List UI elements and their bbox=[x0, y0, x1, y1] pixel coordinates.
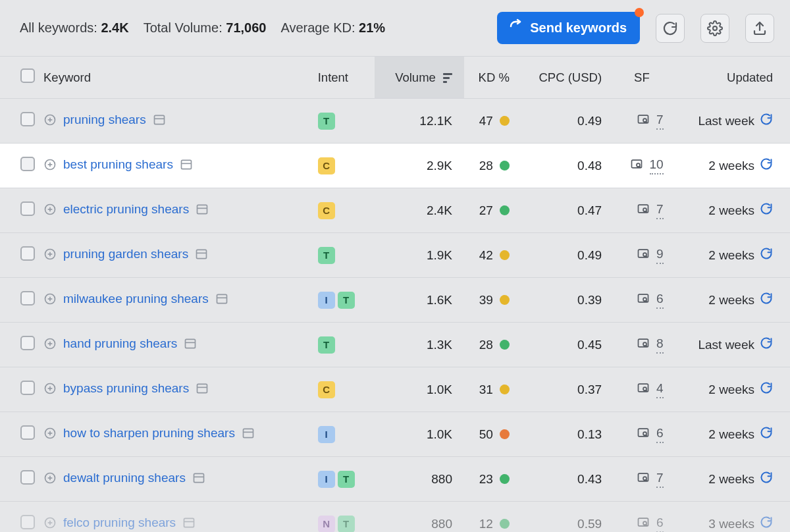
row-refresh-icon[interactable] bbox=[760, 381, 773, 398]
kd-value: 47 bbox=[479, 114, 510, 128]
sf-value[interactable]: 6 bbox=[637, 426, 664, 443]
serp-icon[interactable] bbox=[196, 203, 209, 216]
col-select-all[interactable] bbox=[0, 57, 40, 99]
row-checkbox[interactable] bbox=[20, 112, 35, 126]
sf-value[interactable]: 10 bbox=[630, 157, 664, 174]
intent-badge-t: T bbox=[318, 113, 335, 130]
svg-line-32 bbox=[646, 255, 647, 257]
row-refresh-icon[interactable] bbox=[760, 336, 773, 353]
serp-icon[interactable] bbox=[196, 382, 209, 395]
svg-rect-4 bbox=[154, 115, 164, 124]
expand-icon[interactable] bbox=[43, 382, 57, 395]
col-cpc[interactable]: CPC (USD) bbox=[516, 57, 618, 99]
refresh-button[interactable] bbox=[656, 14, 685, 43]
volume-value: 12.1K bbox=[375, 99, 464, 144]
send-keywords-button[interactable]: Send keywords bbox=[497, 12, 640, 44]
updated-value: 3 weeks bbox=[708, 517, 754, 531]
intent-badge-t: T bbox=[338, 292, 355, 309]
sf-value[interactable]: 4 bbox=[637, 381, 664, 398]
cpc-value: 0.45 bbox=[516, 323, 618, 367]
keyword-link[interactable]: milwaukee pruning shears bbox=[63, 292, 209, 306]
keyword-link[interactable]: felco pruning shears bbox=[63, 516, 176, 530]
expand-icon[interactable] bbox=[43, 113, 57, 126]
keyword-link[interactable]: best pruning shears bbox=[63, 157, 173, 172]
settings-button[interactable] bbox=[700, 14, 729, 43]
keyword-link[interactable]: bypass pruning shears bbox=[63, 381, 189, 396]
expand-icon[interactable] bbox=[43, 337, 57, 350]
row-refresh-icon[interactable] bbox=[760, 202, 773, 219]
updated-value: Last week bbox=[698, 338, 754, 352]
kd-value: 12 bbox=[479, 517, 510, 531]
avg-kd-stat: Average KD: 21% bbox=[280, 20, 385, 36]
updated-value: 2 weeks bbox=[708, 248, 754, 263]
updated-value: 2 weeks bbox=[708, 383, 754, 397]
serp-icon[interactable] bbox=[195, 248, 208, 261]
volume-value: 880 bbox=[375, 457, 464, 502]
expand-icon[interactable] bbox=[43, 203, 57, 216]
row-checkbox[interactable] bbox=[20, 425, 35, 440]
row-refresh-icon[interactable] bbox=[760, 113, 773, 129]
col-kd[interactable]: KD % bbox=[464, 57, 516, 99]
row-checkbox[interactable] bbox=[20, 470, 35, 485]
expand-icon[interactable] bbox=[43, 292, 57, 306]
row-checkbox[interactable] bbox=[20, 381, 35, 395]
volume-value: 1.6K bbox=[375, 278, 464, 323]
sf-value[interactable]: 7 bbox=[637, 113, 664, 130]
keyword-link[interactable]: dewalt pruning shears bbox=[63, 471, 186, 485]
intent-badge-c: C bbox=[318, 157, 335, 174]
expand-icon[interactable] bbox=[43, 471, 57, 485]
sf-value[interactable]: 7 bbox=[637, 202, 664, 219]
sf-value[interactable]: 7 bbox=[637, 471, 664, 488]
row-refresh-icon[interactable] bbox=[760, 471, 773, 487]
col-updated[interactable]: Updated bbox=[673, 57, 790, 99]
keyword-link[interactable]: pruning garden shears bbox=[63, 247, 188, 261]
cpc-value: 0.13 bbox=[516, 412, 618, 457]
svg-rect-36 bbox=[217, 294, 226, 303]
volume-value: 880 bbox=[375, 502, 464, 533]
sf-value[interactable]: 8 bbox=[637, 336, 664, 354]
row-refresh-icon[interactable] bbox=[760, 426, 773, 442]
col-intent[interactable]: Intent bbox=[306, 57, 375, 99]
keyword-link[interactable]: how to sharpen pruning shears bbox=[63, 426, 235, 440]
intent-badge-c: C bbox=[318, 381, 335, 398]
col-sf[interactable]: SF bbox=[618, 57, 673, 99]
serp-icon[interactable] bbox=[215, 292, 228, 306]
col-keyword[interactable]: Keyword bbox=[40, 57, 306, 99]
keyword-link[interactable]: pruning shears bbox=[63, 113, 146, 127]
serp-features-icon bbox=[637, 336, 650, 353]
volume-value: 1.0K bbox=[375, 367, 464, 412]
row-refresh-icon[interactable] bbox=[760, 516, 773, 532]
row-refresh-icon[interactable] bbox=[760, 247, 773, 263]
serp-icon[interactable] bbox=[182, 516, 196, 529]
volume-value: 1.3K bbox=[375, 323, 464, 367]
serp-icon[interactable] bbox=[153, 113, 166, 126]
updated-value: 2 weeks bbox=[708, 159, 754, 173]
serp-icon[interactable] bbox=[180, 158, 193, 171]
volume-value: 1.0K bbox=[375, 412, 464, 457]
row-checkbox[interactable] bbox=[20, 515, 35, 529]
row-checkbox[interactable] bbox=[20, 291, 35, 306]
serp-icon[interactable] bbox=[192, 471, 205, 485]
expand-icon[interactable] bbox=[43, 158, 57, 171]
serp-icon[interactable] bbox=[242, 427, 255, 440]
serp-icon[interactable] bbox=[184, 337, 197, 350]
expand-icon[interactable] bbox=[43, 248, 57, 261]
row-checkbox[interactable] bbox=[20, 201, 35, 216]
row-refresh-icon[interactable] bbox=[760, 157, 773, 174]
sf-value[interactable]: 6 bbox=[637, 516, 664, 533]
row-checkbox[interactable] bbox=[20, 336, 35, 350]
row-checkbox[interactable] bbox=[20, 246, 35, 261]
sf-value[interactable]: 6 bbox=[637, 292, 664, 309]
sf-value[interactable]: 9 bbox=[637, 247, 664, 264]
keyword-link[interactable]: electric pruning shears bbox=[63, 202, 189, 217]
export-button[interactable] bbox=[745, 14, 774, 43]
cpc-value: 0.47 bbox=[516, 188, 618, 233]
keyword-link[interactable]: hand pruning shears bbox=[63, 336, 177, 351]
intent-badge-i: I bbox=[318, 292, 335, 309]
expand-icon[interactable] bbox=[43, 516, 57, 529]
row-refresh-icon[interactable] bbox=[760, 292, 773, 308]
row-checkbox[interactable] bbox=[20, 157, 35, 171]
expand-icon[interactable] bbox=[43, 427, 57, 440]
cpc-value: 0.49 bbox=[516, 233, 618, 278]
col-volume[interactable]: Volume bbox=[375, 57, 464, 99]
